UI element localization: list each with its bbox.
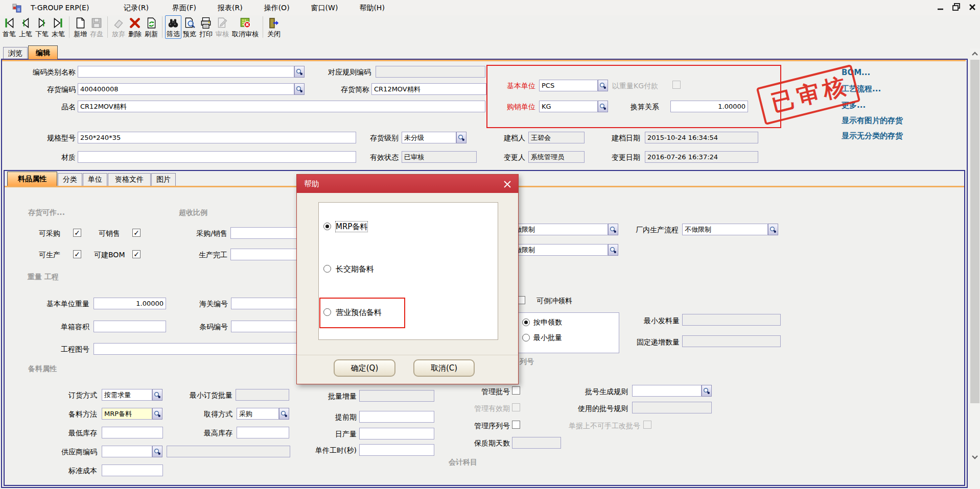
box-volume-label: 单箱容积 — [49, 322, 89, 332]
lot-rule-label: 批号生成规则 — [571, 386, 628, 397]
trade-unit-field[interactable]: KG — [539, 101, 598, 112]
sellable-checkbox[interactable]: ✓ — [132, 229, 141, 237]
manage-serial-checkbox[interactable] — [512, 421, 520, 429]
menu-interface[interactable]: 界面(F) — [165, 0, 203, 15]
link-show-unclassified[interactable]: 显示无分类的存货 — [842, 131, 903, 141]
new-button[interactable]: 新增 — [72, 15, 88, 39]
base-weight-field[interactable]: 1.00000 — [94, 298, 166, 309]
preview-icon — [183, 16, 196, 30]
next-record-button[interactable]: 下笔 — [34, 15, 50, 39]
lookup-button[interactable] — [456, 132, 466, 143]
subtab-classify[interactable]: 分类 — [58, 173, 82, 186]
inv-code-field[interactable]: 400400008 — [78, 83, 294, 95]
limit-field-1[interactable]: 不做限制 — [506, 224, 608, 235]
limit-field-2[interactable]: 不做限制 — [506, 244, 608, 256]
bomable-checkbox[interactable]: ✓ — [132, 250, 141, 258]
lookup-button[interactable] — [598, 80, 608, 91]
lookup-button[interactable] — [152, 389, 162, 401]
modifier-field: 系统管理员 — [528, 151, 585, 163]
lot-rule-field[interactable] — [632, 385, 702, 397]
lookup-button[interactable] — [294, 66, 305, 78]
fixed-incr-label: 固定递增数量 — [620, 337, 680, 347]
lookup-button[interactable] — [152, 446, 162, 457]
spec-field[interactable]: 250*240*35 — [78, 132, 356, 143]
tab-edit[interactable]: 编辑 — [28, 45, 58, 59]
prev-record-button[interactable]: 上笔 — [17, 15, 34, 39]
code-cat-field[interactable] — [78, 66, 294, 78]
purchasable-checkbox[interactable]: ✓ — [73, 229, 81, 237]
minimize-icon[interactable] — [937, 4, 944, 12]
factory-flow-field[interactable]: 不做限制 — [682, 224, 768, 235]
unapprove-button[interactable]: 取消审核 — [230, 15, 260, 39]
menu-record[interactable]: 记录(R) — [116, 0, 156, 15]
menu-operation[interactable]: 操作(O) — [257, 0, 297, 15]
menu-app[interactable]: T-GROUP ERP(E) — [24, 0, 96, 15]
name-label: 品名 — [10, 102, 76, 112]
min-batch-radio[interactable] — [522, 334, 530, 341]
dialog-close-icon[interactable] — [502, 179, 513, 190]
first-record-button[interactable]: 首笔 — [1, 15, 17, 39]
prep-method-field[interactable]: MRP备料 — [102, 408, 152, 420]
subtab-unit[interactable]: 单位 — [83, 173, 107, 186]
mrp-option-radio[interactable] — [323, 223, 331, 230]
order-mode-field[interactable]: 按需求量 — [102, 389, 152, 401]
by-apply-radio[interactable] — [522, 319, 530, 326]
last-record-button[interactable]: 末笔 — [50, 15, 66, 39]
subtab-qualification[interactable]: 资格文件 — [108, 173, 151, 186]
print-button[interactable]: 打印 — [198, 15, 214, 39]
restore-icon[interactable] — [952, 3, 961, 13]
scroll-up-icon[interactable] — [970, 48, 980, 59]
lead-time-field[interactable] — [359, 411, 434, 423]
menu-help[interactable]: 帮助(H) — [352, 0, 391, 15]
subtab-picture[interactable]: 图片 — [151, 173, 176, 186]
delete-button[interactable]: 删除 — [127, 15, 143, 39]
daily-output-field[interactable] — [359, 428, 434, 439]
cancel-button[interactable]: 取消(C) — [413, 359, 475, 377]
preview-button[interactable]: 预览 — [181, 15, 198, 39]
close-window-button[interactable]: 关闭 — [266, 15, 282, 39]
acquire-field[interactable]: 采购 — [237, 408, 279, 420]
ok-button[interactable]: 确定(Q) — [334, 359, 395, 377]
lookup-button[interactable] — [294, 83, 305, 95]
close-icon[interactable] — [969, 4, 976, 12]
conv-field[interactable]: 1.00000 — [670, 101, 748, 112]
supplier-field[interactable] — [102, 446, 152, 457]
producible-checkbox[interactable]: ✓ — [73, 250, 81, 258]
min-stock-field[interactable] — [102, 427, 163, 438]
std-cost-field[interactable] — [102, 464, 163, 476]
lookup-button[interactable] — [768, 224, 778, 235]
link-show-pictured[interactable]: 显示有图片的存货 — [842, 116, 903, 126]
scroll-down-icon[interactable] — [970, 452, 980, 462]
tab-browse[interactable]: 浏览 — [3, 47, 28, 59]
mrp-option-label[interactable]: MRP备料 — [336, 222, 367, 232]
lookup-button[interactable] — [152, 408, 162, 420]
max-stock-field[interactable] — [237, 427, 289, 438]
create-date-field: 2015-10-24 16:34:54 — [645, 132, 758, 143]
level-field[interactable]: 未分级 — [402, 132, 456, 143]
scrollbar-thumb[interactable] — [970, 60, 979, 403]
filter-button[interactable]: 筛选 — [165, 15, 181, 39]
next-record-icon — [35, 16, 49, 30]
box-volume-field[interactable] — [94, 321, 166, 332]
long-lead-option-radio[interactable] — [323, 265, 331, 273]
lookup-button[interactable] — [608, 224, 618, 235]
no-manual-lot-label: 单据上不可手工改批号 — [564, 421, 640, 431]
lookup-button[interactable] — [702, 385, 712, 397]
min-batch-label: 最小批量 — [533, 332, 562, 343]
subtab-attributes[interactable]: 料品属性 — [7, 172, 57, 186]
status-label: 有效状态 — [353, 152, 399, 162]
refresh-button[interactable]: 刷新 — [143, 15, 159, 39]
lookup-button[interactable] — [608, 244, 618, 256]
menu-window[interactable]: 窗口(W) — [304, 0, 345, 15]
base-unit-field[interactable]: PCS — [539, 80, 598, 91]
menu-report[interactable]: 报表(R) — [211, 0, 250, 15]
long-lead-option-label[interactable]: 长交期备料 — [336, 264, 374, 274]
material-field[interactable] — [78, 151, 356, 163]
unit-time-field[interactable] — [359, 444, 434, 456]
name-field[interactable]: CR12MOV精料 — [78, 101, 485, 112]
lookup-button[interactable] — [598, 101, 608, 112]
inv-abbr-field[interactable]: CR12MOV精料 — [371, 83, 486, 95]
lookup-button[interactable] — [279, 408, 289, 420]
manage-lot-checkbox[interactable] — [512, 386, 520, 395]
pay-by-kg-checkbox — [672, 81, 681, 89]
